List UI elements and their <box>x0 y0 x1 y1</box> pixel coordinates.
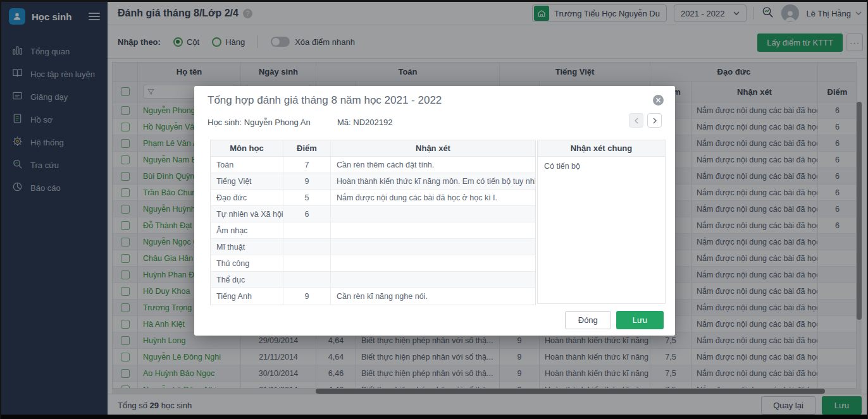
subject-rows: Toán7Cần rèn thêm cách đặt tính.Tiếng Vi… <box>211 157 535 305</box>
summary-modal: Tổng hợp đánh giá tháng 8 năm học 2021 -… <box>194 86 675 336</box>
subject-comment-cell[interactable] <box>331 255 535 271</box>
subject-comment-cell[interactable] <box>331 206 535 222</box>
subject-score-cell[interactable] <box>283 222 331 238</box>
close-icon[interactable] <box>653 95 664 106</box>
subject-row: Thể dục <box>211 272 535 288</box>
student-code: Mã: ND202192 <box>337 118 392 127</box>
subject-score-cell[interactable]: 6 <box>283 206 331 222</box>
app-window: Học sinh Tổng quanHọc tập rèn luyệnGiảng… <box>0 0 868 419</box>
subject-comment-cell[interactable] <box>331 239 535 255</box>
subject-comment-cell[interactable]: Hoàn thành kiến thức kĩ năng môn. Em có … <box>331 173 535 189</box>
window-edge <box>1 415 867 419</box>
score-col-header: Điểm <box>283 140 331 156</box>
subject-comment-cell[interactable]: Nắm được nội dung các bài đã học ở học k… <box>331 190 535 205</box>
subject-score-cell[interactable]: 9 <box>283 288 331 305</box>
subject-subject-cell: Đạo đức <box>211 190 283 205</box>
subject-comment-cell[interactable] <box>331 222 535 238</box>
modal-title: Tổng hợp đánh giá tháng 8 năm học 2021 -… <box>208 94 442 107</box>
subject-score-cell[interactable] <box>283 272 331 288</box>
modal-close-button[interactable]: Đóng <box>565 311 611 329</box>
subject-row: Đạo đức5Nắm được nội dung các bài đã học… <box>211 190 535 206</box>
subject-score-cell[interactable] <box>283 239 331 255</box>
subject-row: Tự nhiên và Xã hội6 <box>211 206 535 222</box>
student-info-row: Học sinh: Nguyễn Phong An Mã: ND202192 <box>208 114 662 130</box>
subject-row: Mĩ thuật <box>211 239 535 255</box>
modal-save-button[interactable]: Lưu <box>616 311 664 329</box>
general-comment-header: Nhận xét chung <box>538 140 665 157</box>
subject-comment-cell[interactable]: Cần rèn thêm cách đặt tính. <box>331 157 535 173</box>
subject-subject-cell: Thủ công <box>211 255 283 271</box>
subject-score-cell[interactable] <box>283 255 331 271</box>
subject-subject-cell: Tự nhiên và Xã hội <box>211 206 283 222</box>
subject-score-cell[interactable]: 7 <box>283 157 331 173</box>
subject-subject-cell: Toán <box>211 157 283 173</box>
student-name: Học sinh: Nguyễn Phong An <box>208 118 311 127</box>
subject-score-cell[interactable]: 9 <box>283 173 331 189</box>
subject-subject-cell: Tiếng Anh <box>211 288 283 305</box>
subject-row: Tiếng Việt9Hoàn thành kiến thức kĩ năng … <box>211 173 535 190</box>
subject-subject-cell: Tiếng Việt <box>211 173 283 189</box>
next-student-button[interactable] <box>647 113 662 128</box>
general-comment-text[interactable]: Có tiến bộ <box>538 157 665 176</box>
chevron-right-icon <box>653 118 657 124</box>
subject-row: Thủ công <box>211 255 535 272</box>
subject-col-header: Môn học <box>211 140 283 156</box>
chevron-left-icon <box>635 118 638 124</box>
subject-comment-cell[interactable] <box>331 272 535 288</box>
prev-student-button[interactable] <box>629 113 643 128</box>
subject-subject-cell: Âm nhạc <box>211 222 283 238</box>
subject-subject-cell: Thể dục <box>211 272 283 288</box>
subject-table-header: Môn học Điểm Nhận xét <box>211 140 535 157</box>
subject-subject-cell: Mĩ thuật <box>211 239 283 255</box>
subject-table: Môn học Điểm Nhận xét Toán7Cần rèn thêm … <box>210 140 536 305</box>
general-comment-box: Nhận xét chung Có tiến bộ <box>537 140 666 304</box>
subject-row: Âm nhạc <box>211 222 535 239</box>
comment-col-header: Nhận xét <box>331 140 535 156</box>
subject-row: Toán7Cần rèn thêm cách đặt tính. <box>211 157 535 173</box>
subject-comment-cell[interactable]: Cần rèn kĩ năng nghe nói. <box>331 288 535 305</box>
subject-score-cell[interactable]: 5 <box>283 190 331 205</box>
subject-row: Tiếng Anh9Cần rèn kĩ năng nghe nói. <box>211 288 535 305</box>
